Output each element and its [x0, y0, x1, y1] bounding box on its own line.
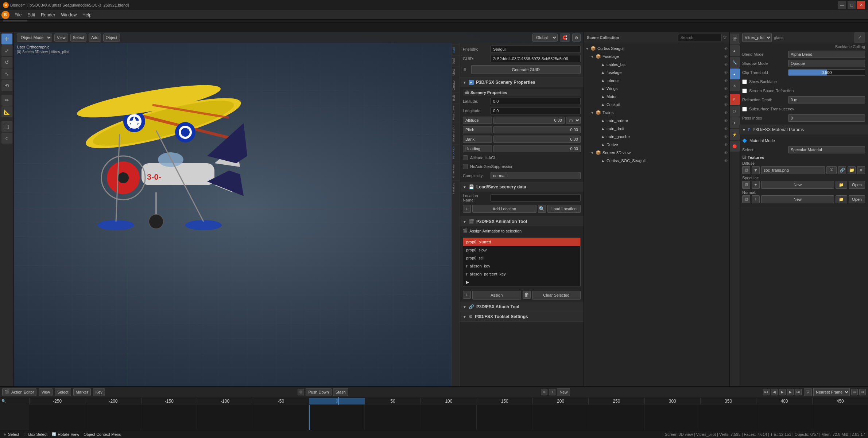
normal-folder-btn[interactable]: 📁: [836, 195, 847, 203]
select-button[interactable]: Select: [70, 34, 87, 42]
bank-input[interactable]: [493, 136, 581, 143]
prop-scene-btn[interactable]: 🎬: [729, 34, 740, 44]
location-name-input[interactable]: [491, 194, 581, 202]
timeline-filter-btn[interactable]: ⊞: [298, 389, 304, 395]
screen-space-refraction-check[interactable]: [742, 89, 747, 93]
tree-vis-13[interactable]: 👁: [724, 150, 728, 155]
add-anim-btn[interactable]: +: [463, 291, 471, 299]
prop-p3d-btn[interactable]: P: [729, 94, 740, 105]
tree-vis-9[interactable]: 👁: [724, 118, 728, 123]
fullscreen-btn[interactable]: ⤢: [854, 32, 865, 43]
tool-move[interactable]: ⤢: [1, 45, 12, 56]
tool-rotate[interactable]: ↺: [1, 57, 12, 68]
pitch-button[interactable]: Pitch: [463, 126, 492, 133]
sidebar-tab-edit[interactable]: Edit: [452, 93, 460, 103]
tool-annotate[interactable]: ✏: [1, 95, 12, 106]
object-mode-select[interactable]: Object Mode: [17, 34, 52, 42]
guid-input[interactable]: [491, 55, 581, 62]
heading-button[interactable]: Heading: [463, 145, 492, 152]
normal-plus-btn[interactable]: +: [752, 195, 760, 203]
editor-type-btn[interactable]: 🎬 Action Editor: [2, 388, 36, 396]
tree-item-fuselage[interactable]: ▼ 📦 Fuselage 👁: [584, 52, 729, 60]
generate-guid-button[interactable]: Generate GUID: [471, 65, 581, 74]
tree-vis-5[interactable]: 👁: [724, 86, 728, 91]
proportional-btn[interactable]: ⊙: [572, 34, 581, 42]
push-down-btn[interactable]: Push Down: [306, 388, 331, 396]
scenery-section-header[interactable]: ▼ P P3D/FSX Scenery Properties: [460, 78, 584, 87]
prop-object-btn[interactable]: ▲: [729, 45, 740, 56]
timeline-key-btn[interactable]: Key: [93, 388, 105, 396]
load-save-header[interactable]: ▼ 💾 Load/Save scenery data: [460, 182, 584, 192]
tree-vis-6[interactable]: 👁: [724, 94, 728, 99]
complexity-select[interactable]: normal simple complex: [491, 172, 581, 179]
play-start-btn[interactable]: ⏮: [763, 389, 770, 395]
new-action-btn[interactable]: New: [557, 388, 570, 396]
latitude-input[interactable]: [491, 98, 581, 105]
sidebar-tab-tool[interactable]: Tool: [452, 56, 460, 67]
diffuse-x-btn[interactable]: ✕: [857, 166, 865, 174]
frame-back-btn[interactable]: ◀: [771, 389, 778, 395]
tree-vis-10[interactable]: 👁: [724, 126, 728, 131]
specular-plus-btn[interactable]: +: [752, 181, 760, 189]
tree-vis-8[interactable]: 👁: [724, 110, 728, 115]
timeline-content[interactable]: [0, 405, 868, 430]
menu-file[interactable]: File: [12, 11, 24, 19]
clear-selected-button[interactable]: Clear Selected: [532, 291, 581, 300]
tree-vis-1[interactable]: 👁: [724, 54, 728, 59]
transform-select[interactable]: Global Local Normal: [532, 34, 558, 42]
anim-item-3[interactable]: r_aileron_key: [463, 262, 580, 270]
snap-btn[interactable]: 🧲: [560, 34, 570, 42]
tree-vis-2[interactable]: 👁: [724, 62, 728, 67]
sidebar-tab-p3d[interactable]: P3D/FSX: [452, 144, 460, 161]
outliner-filter-btn[interactable]: ▽: [723, 35, 726, 40]
material-mode-select[interactable]: Vitres_pilot: [742, 34, 772, 42]
p3d-material-header[interactable]: ▼ P P3D/FSX Material Params: [739, 125, 868, 134]
longitude-input[interactable]: [491, 107, 581, 114]
tree-item-curtiss-soc[interactable]: ▲ Curtiss_SOC_Seagull 👁: [584, 157, 729, 165]
3d-viewport[interactable]: 3-0-: [14, 32, 584, 386]
tree-item-train-gauche[interactable]: ▲ train_gauche 👁: [584, 133, 729, 141]
sync-btn[interactable]: ⬅: [851, 389, 858, 395]
menu-edit[interactable]: Edit: [24, 11, 38, 19]
sidebar-tab-bakelab[interactable]: BakeLab: [452, 180, 460, 197]
timeline-tracks[interactable]: [29, 405, 868, 430]
trash-anim-btn[interactable]: 🗑: [523, 291, 531, 299]
altitude-input[interactable]: [493, 117, 565, 124]
shadow-mode-select[interactable]: Opaque: [788, 60, 865, 67]
tree-item-derive[interactable]: ▲ Derive 👁: [584, 141, 729, 149]
tool-box-select[interactable]: ⬚: [1, 121, 12, 132]
frame-fwd-btn[interactable]: ▶: [787, 389, 794, 395]
tool-circle-select[interactable]: ○: [1, 133, 12, 144]
specular-open-btn[interactable]: Open: [849, 181, 865, 189]
loop-btn[interactable]: ➡: [859, 389, 866, 395]
show-backface-check[interactable]: [742, 79, 747, 84]
tree-item-screen3d[interactable]: ▼ 📦 Screen 3D view 👁: [584, 149, 729, 157]
toolset-section-header[interactable]: ▼ ⚙ P3D/FSX Toolset Settings: [460, 312, 584, 321]
diffuse-texture-input[interactable]: [761, 166, 825, 174]
sidebar-tab-shortcut[interactable]: Shortcut V-UI: [452, 122, 460, 144]
tree-item-fuselage-mesh[interactable]: ▲ fuselage 👁: [584, 69, 729, 77]
sidebar-tab-armorpaint[interactable]: ArmorPaint: [452, 161, 460, 180]
specular-new-btn[interactable]: New: [761, 181, 834, 189]
tree-vis-3[interactable]: 👁: [724, 70, 728, 75]
minimize-button[interactable]: —: [838, 1, 846, 9]
diffuse-browse-btn[interactable]: ▼: [752, 166, 760, 174]
nearest-frame-select[interactable]: Nearest Frame: [813, 388, 850, 396]
subsurface-translucency-check[interactable]: [742, 107, 747, 112]
tree-vis-7[interactable]: 👁: [724, 102, 728, 107]
play-btn[interactable]: ▶: [779, 389, 786, 395]
tool-transform[interactable]: ⟲: [1, 80, 12, 91]
anim-item-4[interactable]: r_aileron_percent_key: [463, 270, 580, 278]
prop-extra3-btn[interactable]: ⚡: [729, 129, 740, 140]
prop-particle-btn[interactable]: ✳: [729, 80, 740, 91]
tree-item-curtiss-seagull[interactable]: ▼ 📦 Curtiss Seagull 👁: [584, 44, 729, 52]
stash-btn[interactable]: Stash: [333, 388, 348, 396]
anim-item-0[interactable]: prop0_blurred: [463, 238, 580, 246]
add-location-button[interactable]: Add Location: [472, 205, 536, 213]
anim-item-5[interactable]: ▶: [463, 278, 580, 286]
prop-material-btn[interactable]: ●: [729, 69, 740, 79]
sidebar-tab-item[interactable]: Item: [452, 44, 460, 56]
timeline-select-btn[interactable]: Select: [55, 388, 71, 396]
tree-vis-12[interactable]: 👁: [724, 142, 728, 147]
normal-open-btn[interactable]: Open: [849, 195, 865, 203]
